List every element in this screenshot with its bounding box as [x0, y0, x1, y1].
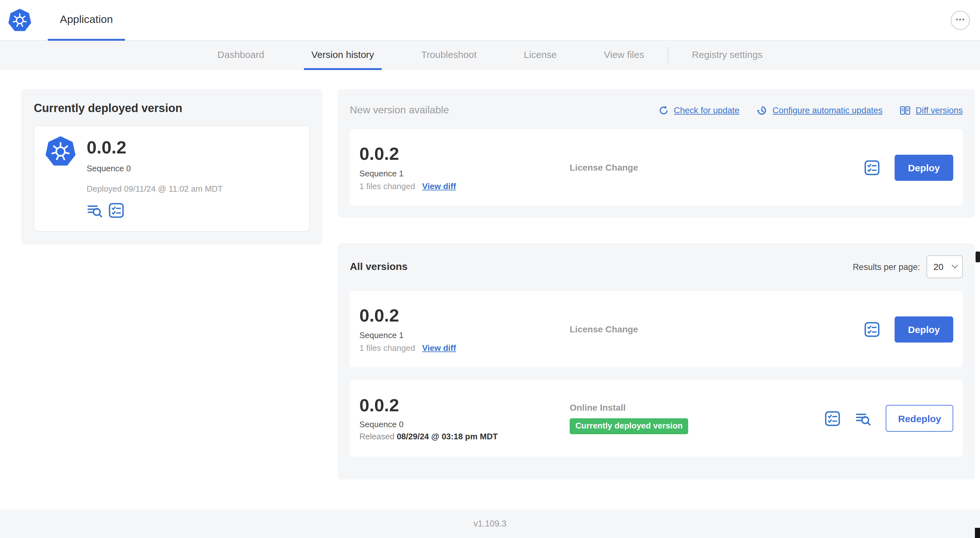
view-config-icon[interactable] [108, 202, 124, 218]
tab-version-history[interactable]: Version history [304, 41, 382, 70]
currently-deployed-panel: Currently deployed version 0.0.2 Sequenc… [21, 89, 323, 244]
tab-view-files[interactable]: View files [597, 41, 652, 70]
results-per-page-label: Results per page: [853, 262, 920, 271]
view-config-icon[interactable] [825, 410, 841, 426]
kubernetes-logo-icon [8, 8, 32, 32]
new-version-panel: New version available Check for update [338, 89, 975, 218]
kubernetes-logo-icon [45, 136, 76, 167]
files-changed-label: 1 files changed [360, 343, 415, 352]
diff-versions-link[interactable]: Diff versions [900, 105, 963, 116]
view-config-icon[interactable] [864, 159, 880, 175]
version-sequence: Sequence 0 [360, 420, 570, 429]
files-changed-label: 1 files changed [360, 181, 415, 191]
schedule-update-icon [757, 105, 767, 116]
deployed-sequence: Sequence 0 [87, 163, 223, 173]
view-diff-link[interactable]: View diff [422, 343, 456, 352]
version-sequence: Sequence 1 [360, 330, 570, 340]
main-content: Currently deployed version 0.0.2 Sequenc… [0, 70, 980, 509]
release-notes-icon[interactable] [87, 202, 103, 218]
version-number: 0.0.2 [360, 306, 570, 326]
currently-deployed-title: Currently deployed version [34, 102, 310, 115]
version-source: License Change [570, 324, 864, 334]
deploy-button[interactable]: Deploy [895, 154, 953, 181]
tab-license[interactable]: License [516, 41, 564, 70]
new-version-title: New version available [350, 105, 449, 116]
top-header: Application ••• [0, 0, 980, 41]
app-title: Application [60, 13, 113, 26]
new-version-row: 0.0.2 Sequence 1 1 files changed View di… [350, 129, 963, 206]
currently-deployed-badge: Currently deployed version [570, 419, 689, 434]
all-versions-panel: All versions Results per page: 20 [338, 243, 975, 479]
released-timestamp: Released 08/29/24 @ 03:18 pm MDT [360, 432, 570, 441]
all-versions-title: All versions [350, 261, 407, 273]
version-row-sequence-0: 0.0.2 Sequence 0 Released 08/29/24 @ 03:… [350, 380, 963, 457]
version-source: License Change [570, 162, 864, 173]
deployed-timestamp: Deployed 09/11/24 @ 11:02 am MDT [87, 184, 223, 193]
diff-icon [900, 105, 910, 116]
version-row-sequence-1: 0.0.2 Sequence 1 1 files changed View di… [350, 291, 963, 367]
version-source: Online Install [570, 403, 818, 413]
check-for-update-link[interactable]: Check for update [658, 105, 740, 116]
version-source-column: Online Install Currently deployed versio… [570, 403, 825, 434]
more-options-button[interactable]: ••• [951, 11, 970, 30]
console-version: v1.109.3 [473, 519, 507, 528]
nav-divider [668, 47, 668, 63]
app-tab[interactable]: Application [48, 0, 125, 41]
kots-admin-console: Application ••• Dashboard Version histor… [0, 0, 980, 538]
right-column: New version available Check for update [338, 89, 975, 479]
view-diff-link[interactable]: View diff [422, 181, 456, 191]
scrollbar-thumb[interactable] [975, 251, 980, 262]
redeploy-button[interactable]: Redeploy [886, 405, 953, 432]
tab-registry-settings[interactable]: Registry settings [684, 41, 770, 70]
version-sequence: Sequence 1 [360, 168, 570, 178]
tab-dashboard[interactable]: Dashboard [210, 41, 272, 70]
footer: v1.109.3 [0, 509, 980, 538]
ellipsis-icon: ••• [956, 17, 965, 23]
view-config-icon[interactable] [864, 321, 880, 337]
version-number: 0.0.2 [360, 395, 570, 416]
deploy-button[interactable]: Deploy [895, 316, 953, 342]
scrollbar-corner [975, 528, 980, 538]
app-nav-tabs: Dashboard Version history Troubleshoot L… [0, 41, 980, 70]
configure-automatic-updates-link[interactable]: Configure automatic updates [757, 105, 883, 116]
tab-troubleshoot[interactable]: Troubleshoot [414, 41, 484, 70]
release-notes-icon[interactable] [856, 410, 871, 426]
refresh-icon [658, 105, 669, 116]
deployed-version-card: 0.0.2 Sequence 0 Deployed 09/11/24 @ 11:… [34, 125, 310, 232]
results-per-page-select[interactable]: 20 [926, 255, 963, 278]
deployed-version-number: 0.0.2 [87, 137, 223, 158]
version-number: 0.0.2 [360, 144, 570, 165]
